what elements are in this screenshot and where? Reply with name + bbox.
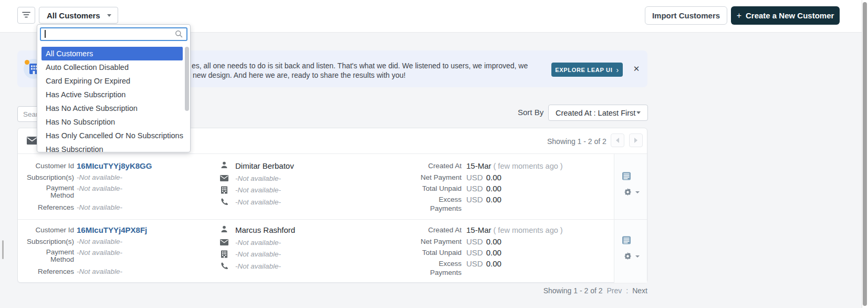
total-unpaid-label: Total Unpaid [409, 249, 462, 256]
total-unpaid-value: USD0.00 [466, 184, 501, 193]
view-details-button[interactable] [621, 171, 632, 181]
row-divider [18, 219, 647, 220]
plus-icon: + [737, 12, 741, 20]
showing-count-bottom: Showing 1 - 2 of 2 [543, 286, 603, 295]
customer-id-label: Customer Id [23, 162, 74, 170]
import-customers-label: Import Customers [652, 11, 720, 20]
banner-close-button[interactable]: ✕ [630, 62, 643, 76]
sort-select[interactable]: Created At : Latest First [548, 105, 648, 121]
subscriptions-value: -Not available- [77, 173, 122, 181]
net-payment-value: USD0.00 [466, 173, 501, 182]
sort-by-label: Sort By [518, 108, 543, 117]
prev-link[interactable]: Prev [607, 286, 622, 295]
payment-method-label: Payment Method [23, 249, 74, 263]
dropdown-option[interactable]: Has Only Cancelled Or No Subscriptions [37, 129, 191, 142]
left-edge-scrollbar-thumb[interactable] [2, 240, 4, 259]
row-settings-button[interactable] [623, 187, 640, 197]
customers-page: All Customers Import Customers + Create … [0, 0, 868, 308]
chevron-down-icon [635, 191, 640, 193]
created-at-value: 15-Mar( few moments ago ) [466, 161, 563, 170]
pager-separator: : [626, 286, 628, 295]
created-at-label: Created At [409, 162, 462, 170]
net-payment-label: Net Payment [409, 173, 462, 181]
subscriptions-value: -Not available- [77, 238, 122, 245]
phone-value: -Not available- [235, 198, 281, 206]
chevron-right-icon: › [616, 66, 619, 74]
dropdown-search-input[interactable] [40, 27, 187, 41]
dropdown-option[interactable]: Has Active Subscription [37, 88, 191, 101]
excess-payments-value: USD0.00 [466, 259, 501, 268]
banner-text-line2: new design. And here we are, ready to sh… [193, 71, 405, 79]
references-label: References [23, 268, 74, 275]
phone-icon [221, 198, 228, 206]
view-details-button[interactable] [621, 235, 632, 245]
showing-count-top: Showing 1 - 2 of 2 [547, 137, 606, 146]
dropdown-scrollbar-thumb[interactable] [185, 47, 189, 111]
customer-id-link[interactable]: 16MIcuTYYj4PX8Fj [77, 225, 147, 234]
row-settings-button[interactable] [623, 251, 640, 261]
bulk-email-button[interactable] [27, 137, 37, 145]
search-icon [175, 30, 183, 38]
explore-leap-ui-button[interactable]: EXPLORE LEAP UI › [551, 63, 623, 77]
next-link[interactable]: Next [632, 286, 647, 295]
customer-view-dropdown: All Customers Auto Collection Disabled C… [37, 24, 191, 152]
building-icon [221, 250, 228, 258]
chevron-right-icon [634, 138, 637, 143]
customer-view-selector[interactable]: All Customers [39, 7, 118, 24]
close-icon: ✕ [633, 64, 640, 73]
chevron-left-icon [616, 138, 619, 143]
next-page-button[interactable] [629, 134, 643, 147]
prev-page-button[interactable] [611, 134, 624, 147]
bottom-pagination: Showing 1 - 2 of 2 Prev : Next [543, 286, 647, 295]
mail-icon [220, 239, 228, 245]
document-list-icon [621, 239, 632, 247]
company-value: -Not available- [235, 186, 281, 194]
company-value: -Not available- [235, 250, 281, 258]
email-value: -Not available- [235, 174, 281, 182]
email-value: -Not available- [235, 239, 281, 247]
net-payment-value: USD0.00 [466, 237, 501, 246]
gear-icon [623, 187, 633, 197]
excess-payments-value: USD0.00 [466, 195, 501, 204]
sort-select-value: Created At : Latest First [556, 109, 635, 117]
subscriptions-label: Subscription(s) [23, 173, 74, 181]
banner-text-line1: es, all one needs to do is sit back and … [192, 61, 528, 70]
text-cursor [45, 30, 46, 38]
excess-payments-label: Excess Payments [409, 259, 462, 277]
payment-method-value: -Not available- [77, 184, 122, 192]
person-icon [220, 225, 228, 233]
dropdown-option[interactable]: Has No Active Subscription [37, 101, 191, 115]
mail-icon [27, 138, 37, 146]
dropdown-option[interactable]: All Customers [41, 47, 183, 60]
gear-icon [623, 251, 633, 261]
filter-button[interactable] [17, 7, 35, 24]
customer-view-selector-label: All Customers [47, 11, 100, 20]
import-customers-button[interactable]: Import Customers [645, 6, 727, 25]
dropdown-option[interactable]: Has No Subscription [37, 115, 191, 129]
phone-value: -Not available- [235, 262, 281, 270]
mail-icon [220, 175, 228, 181]
references-value: -Not available- [77, 268, 122, 275]
phone-icon [221, 262, 228, 270]
net-payment-label: Net Payment [409, 238, 462, 245]
dropdown-option[interactable]: Has Subscription [37, 142, 191, 152]
customer-id-link[interactable]: 16MIcuTYYj8yK8GG [77, 161, 152, 170]
vertical-scrollbar-thumb[interactable] [863, 2, 867, 306]
filter-icon [22, 11, 30, 20]
chevron-down-icon [635, 255, 640, 258]
payment-method-value: -Not available- [77, 249, 122, 256]
payment-method-label: Payment Method [23, 184, 74, 199]
create-customer-label: Create a New Customer [746, 11, 834, 20]
chevron-down-icon [636, 111, 641, 114]
references-label: References [23, 203, 74, 211]
created-at-label: Created At [409, 226, 462, 234]
total-unpaid-label: Total Unpaid [409, 184, 462, 192]
customer-name: Dimitar Berbatov [235, 161, 294, 170]
dropdown-option[interactable]: Auto Collection Disabled [37, 60, 191, 74]
building-icon [221, 186, 228, 194]
dropdown-option[interactable]: Card Expiring Or Expired [37, 74, 191, 88]
customer-id-label: Customer Id [23, 226, 74, 234]
create-customer-button[interactable]: + Create a New Customer [731, 6, 840, 25]
explore-leap-ui-label: EXPLORE LEAP UI [555, 67, 612, 73]
total-unpaid-value: USD0.00 [466, 248, 501, 257]
